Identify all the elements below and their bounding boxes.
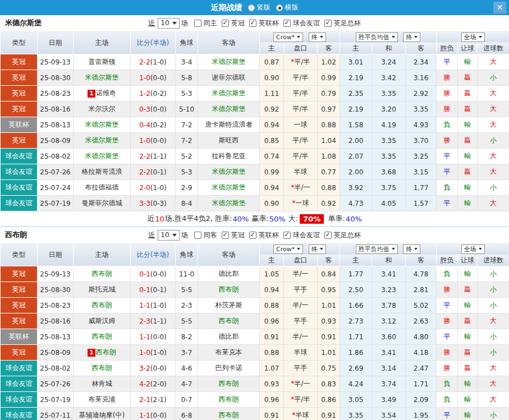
match-type-cell: 英冠 <box>1 86 38 101</box>
away-handicap-odds: 0.75 <box>318 361 340 376</box>
match-type-cell: 球会友谊 <box>1 392 38 408</box>
home-team-name: 诺维奇 <box>96 89 116 97</box>
comp-checkbox-league-cup[interactable]: ✓ <box>249 232 256 239</box>
draw-avg-odds: 3.54 <box>372 408 406 420</box>
win-avg-odds: 1.71 <box>340 329 372 345</box>
col-result-goals: 进球数 <box>478 43 509 54</box>
home-handicap-odds: 0.96 <box>260 313 284 329</box>
match-date: 25-08-23 <box>38 298 74 313</box>
comp-checkbox-league-cup[interactable]: ✓ <box>249 20 256 27</box>
layout-radio-horizontal[interactable]: 横版 <box>276 3 299 12</box>
away-team-name: 德比郡 <box>219 333 239 340</box>
comp-checkbox-fa-cup[interactable]: ✓ <box>324 232 332 239</box>
fulltime-score: 2-2 <box>139 168 150 176</box>
away-handicap-odds: 1.08 <box>318 149 340 164</box>
win-avg-odds: 2.35 <box>340 86 372 101</box>
result-goals: 小 <box>478 329 509 345</box>
odds-final-select[interactable]: 终 <box>309 33 326 42</box>
summary-segment: 10 <box>155 215 164 223</box>
wdl-avg-select[interactable]: 胜平负均值 <box>356 244 398 254</box>
col-away-odds: 客 <box>318 43 340 54</box>
recent-link[interactable]: 近 <box>148 19 155 28</box>
comp-label: 英冠 <box>231 19 245 28</box>
result-handicap: 輸 <box>458 54 478 70</box>
match-type-badge: 球会友谊 <box>1 149 37 164</box>
match-count-value: 10 <box>161 19 169 27</box>
result-handicap: 輸 <box>458 117 478 133</box>
comp-checkbox-championship[interactable]: ✓ <box>222 20 229 27</box>
same-venue-checkbox[interactable] <box>194 232 201 239</box>
matches-label: 场 <box>181 230 188 240</box>
handicap-line: *一球 <box>284 196 318 211</box>
win-avg-odds: 3.35 <box>340 408 372 420</box>
fulltime-score: 0-1 <box>139 270 150 278</box>
same-venue-checkbox[interactable] <box>194 20 201 27</box>
result-handicap: 贏 <box>458 101 478 117</box>
summary-segment: 近 <box>147 214 154 224</box>
lose-avg-odds: 2.81 <box>406 282 437 298</box>
layout-radio-vertical[interactable]: 竖版 <box>248 3 270 12</box>
away-team-name: 斯旺西 <box>219 136 239 144</box>
wdl-avg-select[interactable]: 胜平负均值 <box>356 33 398 42</box>
match-type-badge: 英冠 <box>1 54 37 70</box>
home-handicap-odds: 0.93 <box>260 376 284 392</box>
comp-checkbox-fa-cup[interactable]: ✓ <box>324 20 332 27</box>
wdl-final-select[interactable]: 终 <box>403 244 420 254</box>
result-goals: 小 <box>478 345 509 361</box>
comp-label: 英足总杯 <box>334 230 361 240</box>
home-team: 西布朗 <box>74 266 131 282</box>
fulltime-score: 1-0 <box>139 349 150 357</box>
dropdown-arrow-icon <box>392 248 395 250</box>
result-goals: 大 <box>478 196 509 211</box>
away-handicap-odds: 0.88 <box>318 180 340 196</box>
corner-count: 5-5 <box>176 313 198 329</box>
dropdown-arrow-icon <box>172 22 177 25</box>
odds-source-select[interactable]: Crow* <box>273 244 303 254</box>
match-count-select[interactable]: 10 <box>158 18 179 29</box>
handicap-text: 半球 <box>294 348 308 356</box>
match-row: 球会友谊25-07-24布拉德福德2-0(1-0)2-9米德尔斯堡0.94*半/… <box>1 180 509 196</box>
col-handicap: 盘口 <box>284 255 318 266</box>
win-avg-odds: 2.50 <box>340 282 372 298</box>
odds-final-select[interactable]: 终 <box>309 244 326 254</box>
win-avg-odds: 2.19 <box>340 101 372 117</box>
scope-header: 全场 <box>437 243 509 255</box>
odds-source-select[interactable]: Crow* <box>273 33 303 42</box>
home-handicap-odds: 0.94 <box>260 117 284 133</box>
match-row: 英联杯25-08-13西布朗1-1(0-0)8-2德比郡0.91半/一0.911… <box>1 329 509 345</box>
score-cell: 0-3(0-0) <box>131 101 176 117</box>
col-home: 主场 <box>74 31 131 54</box>
match-type-badge: 英冠 <box>1 101 37 117</box>
match-date: 25-08-16 <box>38 101 74 117</box>
result-handicap: 贏 <box>458 164 478 180</box>
score-cell: 1-1(0-0) <box>131 408 176 420</box>
home-team-name: 米尔沃尔 <box>89 105 116 113</box>
home-handicap-odds: 0.85 <box>260 133 284 149</box>
handicap-line: 半球 <box>284 345 318 361</box>
col-away: 客场 <box>198 31 260 54</box>
scope-select[interactable]: 全场 <box>461 244 485 254</box>
comp-checkbox-championship[interactable]: ✓ <box>222 232 229 239</box>
match-date: 25-08-13 <box>38 117 74 133</box>
comp-checkbox-friendly[interactable]: ✓ <box>283 232 291 239</box>
corner-count: 2-9 <box>176 180 198 196</box>
match-type-badge: 英联杯 <box>1 329 37 344</box>
handicap-line: 平/半 <box>284 70 318 86</box>
match-count-select[interactable]: 10 <box>158 230 179 241</box>
match-date: 25-09-13 <box>38 266 74 282</box>
wdl-final-select[interactable]: 终 <box>403 33 420 42</box>
match-type-cell: 英联杯 <box>1 117 38 133</box>
scope-select[interactable]: 全场 <box>461 33 485 42</box>
recent-link[interactable]: 近 <box>148 230 155 240</box>
summary-segment: 40% <box>346 215 362 223</box>
close-button[interactable]: ✕ <box>493 2 506 13</box>
corner-count: 7-2 <box>176 133 198 149</box>
home-team: 1西布朗 <box>74 345 131 361</box>
dropdown-arrow-icon <box>172 234 177 237</box>
comp-checkbox-friendly[interactable]: ✓ <box>283 20 291 27</box>
handicap-line: 平/半 <box>284 86 318 101</box>
match-type-cell: 球会友谊 <box>1 361 38 376</box>
result-wdl: 平 <box>437 149 458 164</box>
home-team-name: 斯托克城 <box>89 285 116 293</box>
fulltime-score: 0-3 <box>139 105 150 113</box>
